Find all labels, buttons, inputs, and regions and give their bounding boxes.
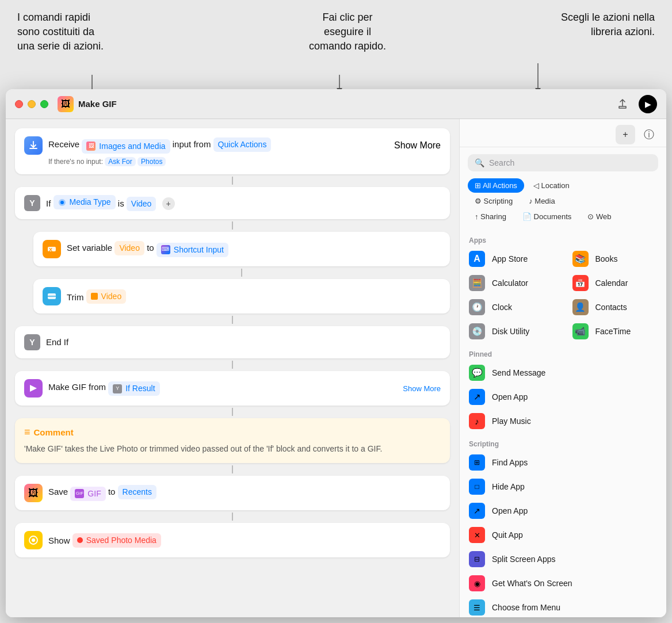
connector-2 <box>15 221 450 230</box>
apps-col-right: 📚 Books 📅 Calendar 👤 Contacts 📹 <box>563 247 667 343</box>
tab-scripting[interactable]: ⚙ Scripting <box>468 194 520 208</box>
traffic-lights <box>15 100 48 108</box>
set-variable-icon: X <box>43 240 61 258</box>
end-if-action: Y End If <box>15 326 450 358</box>
add-action-button[interactable]: + <box>616 125 635 144</box>
tab-sharing[interactable]: ↑ Sharing <box>468 209 513 224</box>
make-gif-show-more[interactable]: Show More <box>403 384 441 393</box>
info-button[interactable]: ⓘ <box>640 125 658 144</box>
lib-item-send-message[interactable]: 💬 Send Message <box>460 361 666 385</box>
receive-from: input from <box>173 139 213 149</box>
lib-item-contacts[interactable]: 👤 Contacts <box>563 295 667 319</box>
hide-app-label: Hide App <box>492 482 525 491</box>
lib-item-app-store[interactable]: A App Store <box>460 247 563 271</box>
lib-item-calendar[interactable]: 📅 Calendar <box>563 271 667 295</box>
ask-for-token[interactable]: Ask For <box>105 157 135 166</box>
gif-icon: GIF <box>75 489 84 498</box>
connector-7 <box>15 465 450 473</box>
save-label: Save <box>48 487 70 496</box>
lib-item-clock[interactable]: 🕐 Clock <box>460 295 563 319</box>
search-bar: 🔍 <box>468 154 658 171</box>
find-apps-icon: ⊞ <box>469 454 485 471</box>
save-icon: 🖼 <box>24 484 43 502</box>
set-var-label: Set variable <box>67 243 114 253</box>
maximize-button[interactable] <box>40 100 48 108</box>
lib-item-find-apps[interactable]: ⊞ Find Apps <box>460 450 666 475</box>
lib-item-facetime[interactable]: 📹 FaceTime <box>563 319 667 343</box>
share-button[interactable] <box>613 95 632 113</box>
if-action: Y If Media Type is Video + <box>15 187 450 219</box>
app-store-icon: A <box>469 251 485 267</box>
recents-token[interactable]: Recents <box>118 485 156 499</box>
gif-token[interactable]: GIF GIF <box>70 487 105 501</box>
tab-all-actions[interactable]: ⊞ All Actions <box>468 178 524 193</box>
send-message-icon: 💬 <box>469 365 485 381</box>
facetime-label: FaceTime <box>595 327 631 336</box>
hide-app-icon: □ <box>469 479 485 495</box>
receive-type-token[interactable]: 🖼 Images and Media <box>82 139 170 154</box>
receive-content: Receive 🖼 Images and Media input from Qu… <box>48 137 388 153</box>
trim-action: Trim Video <box>33 279 450 314</box>
choose-menu-label: Choose from Menu <box>492 603 560 612</box>
lib-item-calculator[interactable]: 🧮 Calculator <box>460 271 563 295</box>
save-action: 🖼 Save GIF GIF to Recents <box>15 476 450 510</box>
contacts-icon: 👤 <box>572 299 589 315</box>
lib-item-open-app[interactable]: ↗ Open App <box>460 385 666 409</box>
variable-name-token[interactable]: Video <box>114 241 144 255</box>
close-button[interactable] <box>15 100 23 108</box>
content-area: Receive 🖼 Images and Media input from Qu… <box>6 119 666 617</box>
tab-media[interactable]: ♪ Media <box>522 194 562 208</box>
lib-item-disk-utility[interactable]: 💿 Disk Utility <box>460 319 563 343</box>
photos-token[interactable]: Photos <box>138 157 166 166</box>
shortcut-input-token[interactable]: ⌨ Shortcut Input <box>156 243 228 257</box>
minimize-button[interactable] <box>28 100 36 108</box>
set-variable-action: X Set variable Video to ⌨ Shortcut Input <box>33 232 450 266</box>
category-row-1: ⊞ All Actions ◁ Location <box>468 178 658 193</box>
library-header: 🔍 ⊞ All Actions ◁ Location ⚙ Scripting ♪… <box>460 147 666 230</box>
connector-4 <box>15 316 450 324</box>
app-store-label: App Store <box>492 254 528 263</box>
lib-item-quit-app[interactable]: ✕ Quit App <box>460 523 666 547</box>
calendar-icon: 📅 <box>572 275 589 291</box>
lib-item-split-screen[interactable]: ⊟ Split Screen Apps <box>460 547 666 571</box>
comment-icon: ≡ <box>24 426 30 438</box>
saved-token-icon <box>77 537 83 543</box>
trim-video-token[interactable]: Video <box>86 289 127 304</box>
tab-documents[interactable]: 📄 Documents <box>516 209 578 224</box>
tab-web[interactable]: ⊙ Web <box>581 209 618 224</box>
play-music-icon: ♪ <box>469 413 485 429</box>
lib-item-hide-app[interactable]: □ Hide App <box>460 475 666 499</box>
run-button[interactable]: ▶ <box>639 95 657 113</box>
clock-icon: 🕐 <box>469 299 485 315</box>
quit-app-icon: ✕ <box>469 527 485 543</box>
saved-media-token[interactable]: Saved Photo Media <box>72 533 161 548</box>
if-result-token[interactable]: Y If Result <box>108 381 159 396</box>
tab-location[interactable]: ◁ Location <box>526 178 576 193</box>
choose-menu-icon: ☰ <box>469 599 485 616</box>
connector-3 <box>33 269 450 277</box>
if-content: If Media Type is Video + <box>46 195 441 211</box>
lib-item-books[interactable]: 📚 Books <box>563 247 667 271</box>
comment-body: 'Make GIF' takes the Live Photo or trimm… <box>24 443 441 455</box>
apps-section-header: Apps <box>460 230 666 247</box>
library-list: Apps A App Store 🧮 Calculator 🕐 <box>460 230 666 617</box>
video-condition-token[interactable]: Video <box>127 197 156 211</box>
books-label: Books <box>595 254 618 263</box>
apps-items: A App Store 🧮 Calculator 🕐 Clock 💿 <box>460 247 666 343</box>
lib-item-choose-menu[interactable]: ☰ Choose from Menu <box>460 595 666 617</box>
open-app-2-icon: ↗ <box>469 503 485 519</box>
media-type-token[interactable]: Media Type <box>54 195 116 209</box>
show-action: Show Saved Photo Media <box>15 523 450 557</box>
open-app-label: Open App <box>492 392 528 402</box>
receive-show-more[interactable]: Show More <box>394 140 441 151</box>
disk-utility-icon: 💿 <box>469 323 485 339</box>
lib-item-play-music[interactable]: ♪ Play Music <box>460 409 666 433</box>
connector-8 <box>15 513 450 521</box>
search-input[interactable] <box>489 158 651 167</box>
make-gif-content: Make GIF from Y If Result <box>48 381 397 396</box>
facetime-icon: 📹 <box>572 323 589 339</box>
add-condition-btn[interactable]: + <box>162 197 175 210</box>
lib-item-get-screen[interactable]: ◉ Get What's On Screen <box>460 571 666 595</box>
receive-source-token[interactable]: Quick Actions <box>213 137 272 152</box>
lib-item-open-app-2[interactable]: ↗ Open App <box>460 499 666 523</box>
